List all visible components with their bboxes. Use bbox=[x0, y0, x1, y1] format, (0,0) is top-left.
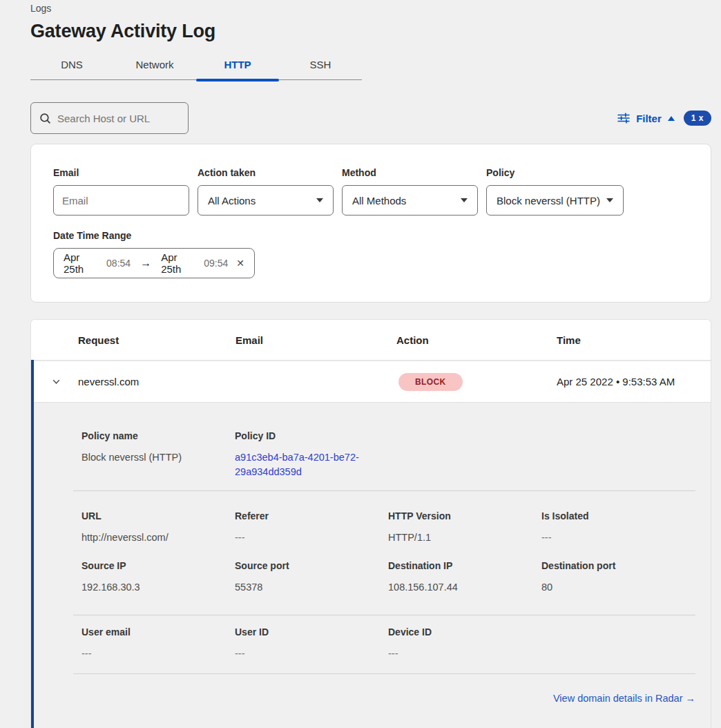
tab-network[interactable]: Network bbox=[113, 55, 196, 79]
tab-ssh[interactable]: SSH bbox=[279, 55, 362, 79]
policy-name-label: Policy name bbox=[81, 430, 235, 441]
column-header-email: Email bbox=[235, 334, 396, 346]
date-range-picker[interactable]: Apr 25th 08:54 → Apr 25th 09:54 ✕ bbox=[53, 248, 255, 278]
method-label: Method bbox=[342, 167, 478, 178]
gateway-activity-log-page: Logs Gateway Activity Log DNS Network HT… bbox=[0, 0, 721, 728]
device-id-label: Device ID bbox=[388, 626, 541, 638]
http-version-value: HTTP/1.1 bbox=[388, 530, 541, 545]
log-table: Request Email Action Time neverssl.com B… bbox=[30, 319, 711, 728]
range-start-time: 08:54 bbox=[106, 258, 131, 269]
range-start-date: Apr 25th bbox=[64, 251, 98, 275]
filter-controls: Filter 1 x bbox=[617, 111, 711, 126]
expanded-row-container: neverssl.com BLOCK Apr 25 2022 • 9:53:53… bbox=[31, 360, 711, 728]
collapse-triangle-icon[interactable] bbox=[668, 116, 675, 121]
collapse-row-chevron-icon[interactable] bbox=[34, 376, 78, 387]
action-taken-label: Action taken bbox=[198, 167, 334, 178]
destination-ip-label: Destination IP bbox=[388, 560, 541, 571]
source-port-value: 55378 bbox=[235, 580, 388, 595]
detail-cell: Device ID --- bbox=[388, 626, 541, 661]
email-filter-field: Email bbox=[53, 167, 189, 215]
referer-value: --- bbox=[235, 530, 388, 545]
page-title: Gateway Activity Log bbox=[30, 21, 711, 42]
search-box[interactable] bbox=[30, 102, 189, 134]
table-header-row: Request Email Action Time bbox=[31, 320, 711, 360]
chevron-down-icon bbox=[316, 198, 323, 202]
column-header-request: Request bbox=[78, 334, 235, 346]
detail-cell: Referer --- bbox=[235, 510, 388, 545]
user-detail-section: User email --- User ID --- Device ID --- bbox=[81, 615, 695, 673]
user-id-label: User ID bbox=[235, 626, 388, 638]
arrow-right-icon: → bbox=[139, 257, 153, 269]
policy-label: Policy bbox=[486, 167, 624, 178]
tab-http[interactable]: HTTP bbox=[196, 55, 279, 79]
date-time-range-field: Date Time Range Apr 25th 08:54 → Apr 25t… bbox=[53, 230, 689, 278]
range-end-date: Apr 25th bbox=[161, 251, 195, 275]
action-taken-select[interactable]: All Actions bbox=[198, 185, 334, 215]
breadcrumb[interactable]: Logs bbox=[30, 3, 711, 14]
source-port-label: Source port bbox=[235, 560, 388, 571]
detail-cell: User email --- bbox=[81, 626, 235, 661]
detail-cell: Source port 55378 bbox=[235, 560, 388, 595]
policy-select[interactable]: Block neverssl (HTTP) bbox=[486, 185, 624, 215]
clear-date-range-icon[interactable]: ✕ bbox=[236, 258, 244, 269]
action-taken-field: Action taken All Actions bbox=[198, 167, 334, 215]
filter-toggle-button[interactable]: Filter bbox=[636, 113, 662, 124]
detail-cell: User ID --- bbox=[235, 626, 388, 661]
table-row[interactable]: neverssl.com BLOCK Apr 25 2022 • 9:53:53… bbox=[34, 360, 711, 402]
network-detail-section: Source IP 192.168.30.3 Source port 55378… bbox=[81, 560, 695, 615]
column-header-action: Action bbox=[396, 334, 557, 346]
url-value: http://neverssl.com/ bbox=[81, 530, 235, 545]
url-label: URL bbox=[81, 510, 235, 521]
detail-cell: Destination port 80 bbox=[541, 560, 695, 595]
policy-name-value: Block neverssl (HTTP) bbox=[81, 450, 235, 465]
column-header-time: Time bbox=[557, 334, 711, 346]
email-filter-label: Email bbox=[53, 167, 189, 178]
range-end-time: 09:54 bbox=[204, 258, 228, 269]
filter-count-badge[interactable]: 1 x bbox=[684, 111, 711, 126]
request-detail-section: URL http://neverssl.com/ Referer --- HTT… bbox=[81, 491, 695, 560]
detail-cell: HTTP Version HTTP/1.1 bbox=[388, 510, 541, 545]
user-email-value: --- bbox=[81, 646, 235, 661]
detail-cell: Is Isolated --- bbox=[541, 510, 695, 545]
chevron-down-icon bbox=[606, 198, 613, 202]
search-input[interactable] bbox=[57, 113, 180, 124]
device-id-value: --- bbox=[388, 646, 541, 661]
user-id-value: --- bbox=[235, 646, 388, 661]
detail-cell: Destination IP 108.156.107.44 bbox=[388, 560, 541, 595]
tab-dns[interactable]: DNS bbox=[30, 55, 113, 79]
cell-time: Apr 25 2022 • 9:53:53 AM bbox=[557, 376, 711, 387]
tab-bar: DNS Network HTTP SSH bbox=[30, 55, 362, 80]
policy-value: Block neverssl (HTTP) bbox=[497, 195, 600, 207]
row-detail-panel: Policy name Block neverssl (HTTP) Policy… bbox=[34, 402, 711, 728]
policy-id-label: Policy ID bbox=[235, 430, 388, 441]
method-select[interactable]: All Methods bbox=[342, 185, 478, 215]
user-email-label: User email bbox=[81, 626, 235, 638]
policy-id-cell: Policy ID a91c3eb4-ba7a-4201-be72-29a934… bbox=[235, 430, 388, 479]
toolbar: Filter 1 x bbox=[30, 102, 711, 134]
is-isolated-value: --- bbox=[541, 530, 695, 545]
source-ip-label: Source IP bbox=[81, 560, 235, 571]
policy-name-cell: Policy name Block neverssl (HTTP) bbox=[81, 430, 235, 479]
cell-request[interactable]: neverssl.com bbox=[78, 376, 235, 387]
source-ip-value: 192.168.30.3 bbox=[81, 580, 235, 595]
policy-id-link[interactable]: a91c3eb4-ba7a-4201-be72-29a934dd359d bbox=[235, 450, 372, 479]
http-version-label: HTTP Version bbox=[388, 510, 541, 521]
method-field: Method All Methods bbox=[342, 167, 478, 215]
filter-sliders-icon bbox=[617, 112, 630, 124]
policy-section: Policy name Block neverssl (HTTP) Policy… bbox=[81, 403, 695, 490]
destination-ip-value: 108.156.107.44 bbox=[388, 580, 541, 595]
method-value: All Methods bbox=[352, 195, 406, 207]
search-icon bbox=[39, 113, 51, 124]
status-badge-block: BLOCK bbox=[398, 373, 463, 391]
filter-fields-row: Email Action taken All Actions Method Al… bbox=[53, 167, 689, 215]
view-domain-in-radar-link[interactable]: View domain details in Radar → bbox=[553, 693, 695, 704]
date-time-range-label: Date Time Range bbox=[53, 230, 689, 241]
is-isolated-label: Is Isolated bbox=[541, 510, 695, 521]
referer-label: Referer bbox=[235, 510, 388, 521]
destination-port-label: Destination port bbox=[541, 560, 695, 571]
chevron-down-icon bbox=[461, 198, 468, 202]
filter-panel: Email Action taken All Actions Method Al… bbox=[30, 144, 711, 303]
email-filter-input[interactable] bbox=[53, 185, 189, 215]
detail-cell: URL http://neverssl.com/ bbox=[81, 510, 235, 545]
policy-field: Policy Block neverssl (HTTP) bbox=[486, 167, 624, 215]
